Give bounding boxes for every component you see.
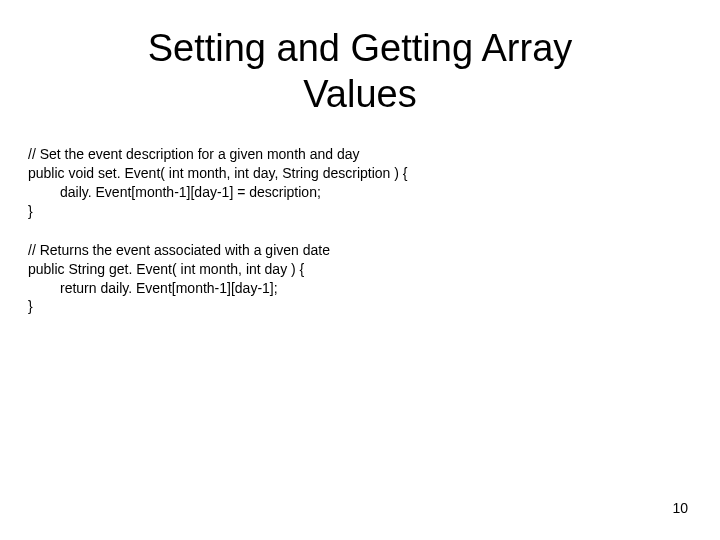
code-line: return daily. Event[month-1][day-1]; [28, 279, 692, 298]
code-block-set: // Set the event description for a given… [28, 145, 692, 221]
slide: Setting and Getting Array Values // Set … [0, 0, 720, 540]
code-line: // Set the event description for a given… [28, 145, 692, 164]
page-number: 10 [672, 500, 688, 516]
code-line: public void set. Event( int month, int d… [28, 164, 692, 183]
code-line: } [28, 202, 692, 221]
slide-title: Setting and Getting Array Values [88, 26, 632, 117]
code-block-get: // Returns the event associated with a g… [28, 241, 692, 317]
code-line: } [28, 297, 692, 316]
code-line: // Returns the event associated with a g… [28, 241, 692, 260]
code-line: daily. Event[month-1][day-1] = descripti… [28, 183, 692, 202]
code-line: public String get. Event( int month, int… [28, 260, 692, 279]
